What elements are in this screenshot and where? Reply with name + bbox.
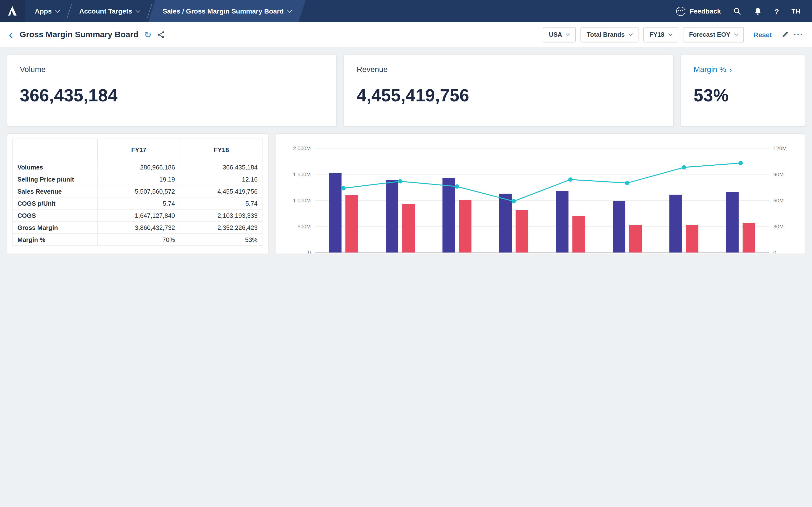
filter-geo[interactable]: USA [543, 27, 576, 42]
row-label: Margin % [12, 233, 97, 245]
table-row: Gross Margin 3,860,432,732 2,352,226,423 [12, 221, 263, 233]
chevron-down-icon [734, 32, 738, 36]
account-targets-menu[interactable]: Account Targets [69, 0, 150, 22]
filter-geo-label: USA [549, 31, 562, 38]
current-board-tab[interactable]: Sales / Gross Margin Summary Board [150, 0, 304, 22]
kpi-card-revenue: Revenue 4,455,419,756 [344, 54, 674, 126]
table-row: Selling Price p/unit 19.19 12.16 [12, 173, 263, 185]
fy17-cell[interactable]: 19.19 [97, 173, 180, 185]
user-avatar[interactable]: TH [792, 7, 800, 15]
search-icon[interactable] [733, 7, 742, 15]
help-icon[interactable]: ? [774, 7, 779, 15]
reset-button[interactable]: Reset [754, 31, 772, 38]
filter-brands-label: Total Brands [587, 31, 625, 38]
anaplan-logo[interactable] [0, 0, 25, 22]
page-title: Gross Margin Summary Board [19, 30, 138, 39]
fy17-cell[interactable]: 5.74 [97, 197, 180, 209]
corner-cell [12, 139, 97, 161]
bar-gross-margin [629, 225, 642, 252]
apps-menu-label: Apps [35, 7, 52, 15]
bar-gross-margin [459, 200, 471, 252]
volumes-point [512, 199, 516, 204]
feedback-button[interactable]: ··· Feedback [676, 6, 721, 16]
volumes-point [341, 186, 346, 190]
right-axis-tick: 120M [773, 145, 786, 151]
bar-sales-revenue [669, 194, 682, 252]
kpi-row: Volume 366,435,184 Revenue 4,455,419,756… [7, 54, 805, 126]
bar-gross-margin [345, 195, 358, 252]
fy18-cell[interactable]: 5.74 [180, 197, 263, 209]
fy18-cell[interactable]: 12.16 [180, 173, 263, 185]
board-toolbar: ‹ Gross Margin Summary Board ↻ USA Total… [0, 22, 812, 47]
more-options-icon[interactable]: ··· [794, 30, 803, 39]
fy18-cell[interactable]: 53% [180, 233, 263, 245]
fy18-cell[interactable]: 2,103,193,333 [180, 209, 263, 221]
fy17-cell[interactable]: 5,507,560,572 [97, 185, 180, 197]
row-label: Sales Revenue [12, 185, 97, 197]
bar-gross-margin [686, 225, 698, 252]
toolbar-filters: USA Total Brands FY18 Forecast EOY Reset [543, 27, 803, 42]
filter-year[interactable]: FY18 [643, 27, 678, 42]
chevron-down-icon [136, 8, 141, 12]
chevron-down-icon [287, 8, 292, 12]
table-row: Sales Revenue 5,507,560,572 4,455,419,75… [12, 185, 263, 197]
table-row: Margin % 70% 53% [12, 233, 263, 245]
right-axis-tick: 30M [773, 224, 784, 230]
volumes-point [625, 181, 629, 185]
fy17-cell[interactable]: 3,860,432,732 [97, 221, 180, 233]
volumes-point [455, 184, 459, 188]
back-button[interactable]: ‹ [9, 30, 13, 40]
feedback-label: Feedback [690, 7, 721, 15]
edit-pencil-icon[interactable] [781, 31, 789, 38]
fy18-cell[interactable]: 366,435,184 [180, 161, 263, 173]
kpi-revenue-label: Revenue [357, 65, 661, 74]
bar-sales-revenue [613, 201, 625, 252]
bar-sales-revenue [726, 192, 739, 252]
refresh-icon[interactable]: ↻ [144, 30, 152, 39]
bar-gross-margin [402, 204, 415, 252]
table-header-row: FY17 FY18 [12, 139, 263, 161]
share-icon[interactable] [157, 31, 165, 38]
revenue-margin-volumes-chart[interactable]: 00500M30M1 000M60M1 500M90M2 000M120MQ1 … [284, 140, 796, 253]
summary-table-card: FY17 FY18 Volumes 286,966,186 366,435,18… [7, 133, 268, 253]
combo-chart-card: 00500M30M1 000M60M1 500M90M2 000M120MQ1 … [275, 133, 805, 253]
anaplan-logo-mark [6, 5, 19, 17]
kpi-revenue-value: 4,455,419,756 [357, 86, 661, 106]
kpi-margin-link[interactable]: Margin % › [694, 65, 732, 74]
current-board-label: Sales / Gross Margin Summary Board [163, 7, 284, 15]
bar-sales-revenue [443, 178, 455, 252]
bar-gross-margin [516, 210, 528, 252]
apps-menu[interactable]: Apps [25, 0, 69, 22]
fy18-cell[interactable]: 2,352,226,423 [180, 221, 263, 233]
fy17-cell[interactable]: 286,966,186 [97, 161, 180, 173]
feedback-icon: ··· [676, 6, 686, 16]
filter-brands[interactable]: Total Brands [580, 27, 638, 42]
left-axis-tick: 2 000M [293, 145, 311, 151]
filter-version[interactable]: Forecast EOY [683, 27, 744, 42]
chevron-down-icon [668, 32, 672, 36]
left-axis-tick: 500M [298, 224, 311, 230]
row-label: Gross Margin [12, 221, 97, 233]
top-navbar: Apps Account Targets Sales / Gross Margi… [0, 0, 812, 22]
kpi-card-volume: Volume 366,435,184 [7, 54, 337, 126]
volumes-point [682, 165, 686, 169]
summary-table: FY17 FY18 Volumes 286,966,186 366,435,18… [12, 138, 263, 246]
notifications-bell-icon[interactable] [754, 7, 762, 15]
fy17-cell[interactable]: 70% [97, 233, 180, 245]
bar-gross-margin [743, 223, 755, 252]
account-targets-label: Account Targets [79, 7, 132, 15]
right-axis-tick: 60M [773, 198, 784, 204]
kpi-card-margin: Margin % › 53% [680, 54, 805, 126]
filter-version-label: Forecast EOY [689, 31, 730, 38]
fy18-cell[interactable]: 4,455,419,756 [180, 185, 263, 197]
volumes-point [568, 177, 572, 182]
kpi-margin-label: Margin % [694, 65, 726, 74]
column-header-fy17: FY17 [97, 139, 180, 161]
bar-sales-revenue [556, 191, 568, 252]
fy17-cell[interactable]: 1,647,127,840 [97, 209, 180, 221]
kpi-volume-value: 366,435,184 [20, 86, 324, 106]
board-content: Volume 366,435,184 Revenue 4,455,419,756… [0, 47, 812, 253]
row-label: COGS [12, 209, 97, 221]
table-row: Volumes 286,966,186 366,435,184 [12, 161, 263, 173]
left-axis-tick: 0 [308, 249, 311, 253]
